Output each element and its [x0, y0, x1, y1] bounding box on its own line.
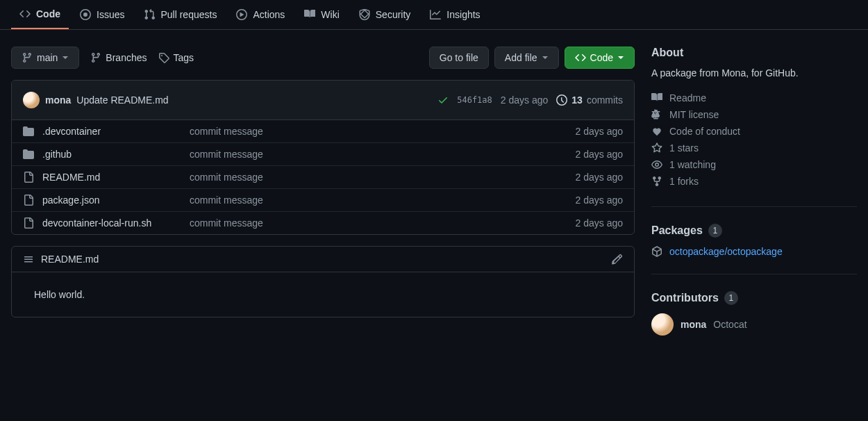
file-time: 2 days ago	[576, 149, 624, 160]
file-name[interactable]: devcontainer-local-run.sh	[42, 217, 181, 229]
avatar[interactable]	[23, 92, 40, 108]
file-time: 2 days ago	[576, 195, 624, 206]
tags-label: Tags	[174, 52, 194, 63]
readme-text: Hello world.	[34, 289, 85, 300]
file-toolbar: main Branches Tags Go to file Add file	[11, 47, 635, 69]
branch-icon	[22, 52, 33, 63]
tab-pull-requests[interactable]: Pull requests	[135, 1, 225, 28]
book-icon	[304, 9, 315, 20]
contributors-heading[interactable]: Contributors 1	[651, 291, 857, 305]
branches-link[interactable]: Branches	[90, 52, 147, 63]
tab-insights[interactable]: Insights	[422, 1, 488, 28]
history-icon	[556, 94, 567, 106]
file-icon	[23, 217, 34, 229]
contributors-section: Contributors 1 mona Octocat	[651, 291, 857, 352]
file-name[interactable]: .devcontainer	[42, 126, 181, 137]
license-link[interactable]: MIT license	[651, 106, 857, 123]
check-icon[interactable]	[437, 94, 449, 106]
conduct-label: Code of conduct	[669, 126, 740, 137]
tab-security-label: Security	[376, 9, 411, 20]
list-icon[interactable]	[23, 254, 34, 265]
readme-link[interactable]: Readme	[651, 90, 857, 106]
chevron-down-icon	[617, 54, 624, 61]
folder-icon	[23, 126, 34, 137]
pull-request-icon	[144, 9, 155, 20]
add-file-button[interactable]: Add file	[494, 47, 559, 69]
add-file-label: Add file	[505, 52, 537, 63]
commit-message[interactable]: commit message	[190, 126, 567, 137]
branches-label: Branches	[106, 52, 147, 63]
tab-issues[interactable]: Issues	[72, 1, 133, 28]
branch-icon	[90, 52, 101, 63]
branch-selector[interactable]: main	[11, 47, 79, 69]
about-section: About A package from Mona, for GitHub. R…	[651, 47, 857, 207]
tab-pr-label: Pull requests	[160, 9, 217, 20]
readme-title[interactable]: README.md	[41, 254, 99, 265]
table-row: package.json commit message 2 days ago	[12, 189, 634, 212]
contributor-row[interactable]: mona Octocat	[651, 313, 857, 336]
branch-name: main	[37, 52, 58, 63]
packages-section: Packages 1 octopackage/octopackage	[651, 224, 857, 274]
avatar[interactable]	[651, 313, 674, 336]
stars-link[interactable]: 1 stars	[651, 140, 857, 156]
tab-security[interactable]: Security	[351, 1, 419, 28]
commit-message[interactable]: Update README.md	[76, 94, 168, 106]
fork-icon	[651, 176, 662, 187]
readme-content: Hello world.	[12, 272, 634, 317]
folder-icon	[23, 149, 34, 160]
heart-icon	[651, 126, 662, 137]
readme-link-label: Readme	[669, 92, 706, 104]
pencil-icon[interactable]	[612, 254, 623, 265]
file-listing: mona Update README.md 546f1a8 2 days ago…	[11, 80, 635, 235]
forks-link[interactable]: 1 forks	[651, 173, 857, 190]
commit-message[interactable]: commit message	[190, 149, 567, 160]
file-name[interactable]: README.md	[42, 172, 181, 183]
code-icon	[575, 52, 586, 63]
commit-sha[interactable]: 546f1a8	[457, 95, 492, 105]
about-description: A package from Mona, for GitHub.	[651, 67, 857, 79]
commit-message[interactable]: commit message	[190, 195, 567, 206]
watching-label: 1 watching	[669, 159, 716, 170]
commit-time: 2 days ago	[501, 94, 549, 106]
file-icon	[23, 172, 34, 183]
commit-message[interactable]: commit message	[190, 217, 567, 229]
tab-issues-label: Issues	[97, 9, 124, 20]
play-icon	[236, 9, 247, 20]
commits-label: commits	[587, 94, 623, 106]
contributor-username: mona	[681, 319, 706, 330]
star-icon	[651, 142, 662, 154]
chevron-down-icon	[62, 54, 69, 61]
tab-code[interactable]: Code	[11, 0, 69, 29]
shield-icon	[359, 9, 370, 20]
watching-link[interactable]: 1 watching	[651, 156, 857, 173]
chevron-down-icon	[542, 54, 549, 61]
packages-count: 1	[708, 224, 722, 238]
conduct-link[interactable]: Code of conduct	[651, 123, 857, 140]
go-to-file-button[interactable]: Go to file	[429, 47, 489, 69]
file-icon	[23, 195, 34, 206]
package-link[interactable]: octopackage/octopackage	[651, 246, 857, 257]
tab-insights-label: Insights	[446, 9, 480, 20]
commit-author[interactable]: mona	[45, 94, 71, 106]
tab-wiki[interactable]: Wiki	[296, 1, 347, 28]
contributors-heading-label: Contributors	[651, 292, 719, 304]
tab-wiki-label: Wiki	[321, 9, 339, 20]
file-name[interactable]: .github	[42, 149, 181, 160]
license-label: MIT license	[669, 109, 719, 120]
about-heading: About	[651, 47, 857, 59]
packages-heading[interactable]: Packages 1	[651, 224, 857, 238]
code-button[interactable]: Code	[565, 47, 635, 69]
tags-link[interactable]: Tags	[158, 52, 194, 63]
table-row: .github commit message 2 days ago	[12, 143, 634, 166]
file-time: 2 days ago	[576, 217, 624, 229]
package-name: octopackage/octopackage	[669, 246, 783, 257]
tab-actions[interactable]: Actions	[228, 1, 293, 28]
file-time: 2 days ago	[576, 172, 624, 183]
commit-message[interactable]: commit message	[190, 172, 567, 183]
stars-label: 1 stars	[669, 142, 699, 154]
law-icon	[651, 109, 662, 120]
commits-link[interactable]: 13 commits	[556, 94, 623, 106]
table-row: README.md commit message 2 days ago	[12, 166, 634, 189]
file-name[interactable]: package.json	[42, 195, 181, 206]
latest-commit-row: mona Update README.md 546f1a8 2 days ago…	[12, 81, 634, 120]
